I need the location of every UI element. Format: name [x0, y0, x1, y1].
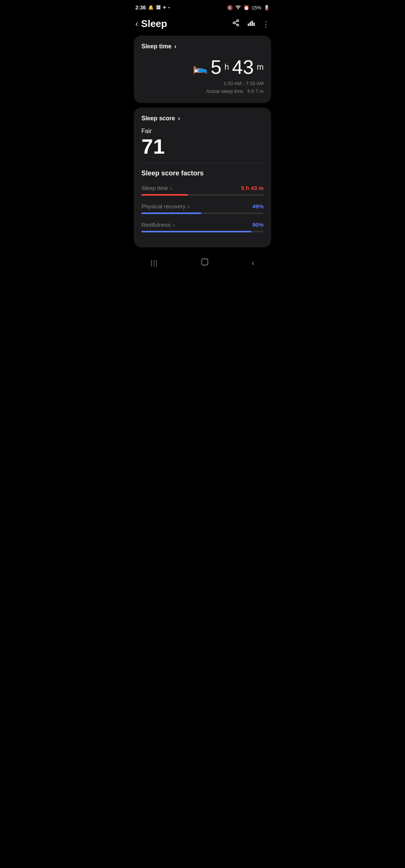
nav-left: ‹ Sleep: [135, 18, 167, 30]
sleep-time-card: Sleep time › 🛌 5 h 43 m 1:33 AM - 7:16 A…: [134, 36, 271, 103]
dot-icon: •: [168, 6, 170, 10]
status-right: 🔇 ⏰ 15% 🪫: [227, 5, 270, 10]
score-divider: [141, 163, 264, 163]
sleep-minutes: 43: [232, 57, 254, 77]
image-icon: 🖼: [156, 5, 160, 10]
factor-physical-recovery: Physical recovery › 49%: [141, 203, 264, 214]
factor-sleep-time-bar-bg: [141, 194, 264, 196]
score-chevron: ›: [178, 115, 180, 122]
page-title: Sleep: [141, 18, 167, 30]
factor-sleep-time-bar-fill: [141, 194, 188, 196]
sleep-duration: 🛌 5 h 43 m: [141, 57, 264, 77]
svg-rect-10: [202, 259, 208, 265]
back-nav-button[interactable]: ‹: [252, 258, 254, 268]
recent-apps-button[interactable]: |||: [151, 259, 158, 267]
sleep-time-range: 1:33 AM - 7:16 AM: [141, 80, 264, 88]
factor-sleep-time-name[interactable]: Sleep time ›: [141, 185, 172, 191]
svg-rect-9: [254, 22, 255, 26]
factor-physical-recovery-bar-fill: [141, 213, 201, 214]
battery-percent: 15%: [252, 5, 261, 10]
more-icon[interactable]: ⋮: [262, 19, 270, 28]
status-bar: 2:36 🔔 🖼 ✈ • 🔇 ⏰ 15% 🪫: [129, 0, 276, 13]
score-number: 71: [141, 136, 264, 157]
nav-right: ⋮: [232, 19, 270, 28]
factors-title: Sleep score factors: [141, 169, 264, 177]
back-button[interactable]: ‹: [135, 19, 138, 29]
share-icon[interactable]: [232, 19, 240, 28]
factor-restfulness-bar-bg: [141, 231, 264, 232]
actual-sleep-value: 5 h 7 m: [248, 88, 264, 94]
wifi-icon: [235, 5, 241, 10]
svg-rect-6: [248, 24, 249, 26]
actual-sleep-label: Actual sleep time: [206, 88, 243, 94]
sleep-hours: 5: [211, 57, 222, 77]
svg-point-1: [237, 20, 239, 22]
sleep-hours-unit: h: [225, 62, 229, 72]
home-button[interactable]: [201, 258, 209, 268]
arrow-icon: ✈: [163, 5, 166, 10]
svg-point-2: [233, 22, 235, 24]
factor-physical-recovery-name[interactable]: Physical recovery ›: [141, 203, 190, 210]
svg-line-4: [235, 23, 237, 24]
mute-icon: 🔇: [227, 5, 233, 10]
svg-point-0: [238, 9, 238, 9]
factor-sleep-time-value: 5 h 43 m: [241, 185, 264, 191]
top-nav: ‹ Sleep ⋮: [129, 13, 276, 36]
factor-restfulness-value: 90%: [252, 221, 264, 228]
sleep-time-chevron: ›: [174, 43, 176, 50]
sleep-score-label: Sleep score: [141, 115, 175, 122]
bottom-nav: ||| ‹: [129, 252, 276, 277]
alarm-icon: ⏰: [243, 5, 249, 10]
factor-restfulness-bar-fill: [141, 231, 251, 232]
actual-sleep-time: Actual sleep time 5 h 7 m: [141, 88, 264, 96]
factor-restfulness-name[interactable]: Restfulness ›: [141, 221, 175, 228]
sleep-time-label: Sleep time: [141, 43, 171, 50]
svg-rect-8: [252, 21, 253, 26]
factor-sleep-time: Sleep time › 5 h 43 m: [141, 185, 264, 196]
factor-physical-recovery-value: 49%: [252, 203, 264, 210]
svg-rect-7: [250, 22, 251, 26]
status-left: 2:36 🔔 🖼 ✈ •: [135, 4, 170, 10]
score-rating: Fair: [141, 128, 264, 135]
sleep-bed-icon: 🛌: [193, 60, 208, 74]
notification-icon: 🔔: [148, 5, 154, 10]
battery-icon: 🪫: [264, 5, 270, 10]
svg-line-5: [235, 21, 237, 22]
status-time: 2:36: [135, 4, 146, 10]
stats-icon[interactable]: [247, 19, 255, 28]
sleep-score-card: Sleep score › Fair 71 Sleep score factor…: [134, 108, 271, 247]
factor-restfulness: Restfulness › 90%: [141, 221, 264, 232]
sleep-meta: 1:33 AM - 7:16 AM Actual sleep time 5 h …: [141, 80, 264, 96]
svg-point-3: [237, 24, 239, 26]
factor-physical-recovery-chevron: ›: [188, 203, 190, 210]
sleep-minutes-unit: m: [257, 62, 264, 72]
sleep-time-header[interactable]: Sleep time ›: [141, 43, 264, 50]
factor-restfulness-chevron: ›: [173, 221, 175, 228]
factor-physical-recovery-bar-bg: [141, 213, 264, 214]
score-header[interactable]: Sleep score ›: [141, 115, 264, 122]
factor-sleep-time-chevron: ›: [170, 185, 172, 191]
